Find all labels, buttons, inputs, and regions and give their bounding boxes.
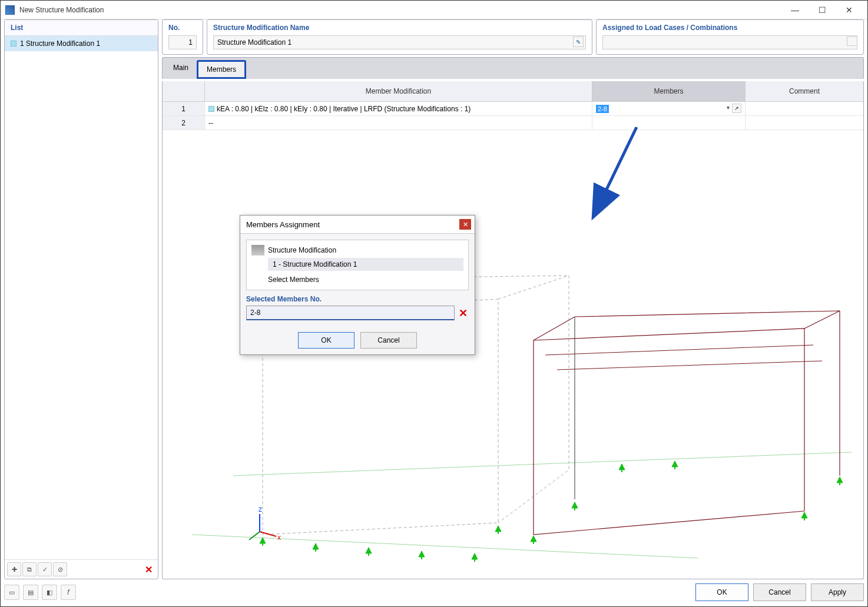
list-item[interactable]: 1 Structure Modification 1: [5, 36, 158, 51]
minimize-button[interactable]: —: [781, 1, 809, 19]
no-label: No.: [168, 24, 197, 32]
svg-line-0: [192, 535, 698, 558]
selected-members-label: Selected Members No.: [246, 295, 469, 303]
cell-members-value: 2-8: [596, 105, 609, 113]
grid-header-members: Members: [592, 81, 746, 101]
new-item-icon[interactable]: ✚: [7, 562, 21, 576]
dialog-title: Members Assignment: [246, 220, 320, 229]
row-number: 1: [163, 102, 205, 115]
dialog-tree-section: Structure Modification 1 - Structure Mod…: [246, 240, 469, 290]
ok-button[interactable]: OK: [695, 583, 748, 601]
dialog-cancel-button[interactable]: Cancel: [360, 332, 417, 349]
tree-item-select-members[interactable]: Select Members: [251, 274, 463, 285]
close-button[interactable]: ✕: [836, 1, 863, 19]
svg-line-1: [233, 452, 852, 476]
cancel-button[interactable]: Cancel: [753, 583, 806, 601]
grid-header-comment: Comment: [746, 81, 863, 101]
assigned-field-box: Assigned to Load Cases / Combinations: [596, 19, 864, 55]
svg-line-5: [557, 361, 822, 370]
maximize-button[interactable]: ☐: [809, 1, 836, 19]
grid-header-modification: Member Modification: [205, 81, 592, 101]
name-field-box: Structure Modification Name ✎: [207, 19, 592, 55]
name-input[interactable]: [213, 35, 586, 49]
list-body: 1 Structure Modification 1: [5, 36, 158, 559]
delete-item-icon[interactable]: ✕: [141, 562, 155, 576]
list-item-label: 1 Structure Modification 1: [20, 39, 100, 48]
members-assignment-dialog: Members Assignment ✕ Structure Modificat…: [240, 215, 475, 355]
check-icon[interactable]: ✓: [38, 562, 52, 576]
tree-item-selected[interactable]: 1 - Structure Modification 1: [268, 258, 463, 271]
pick-members-icon[interactable]: ↗: [732, 104, 741, 113]
view-mode-1-icon[interactable]: ▭: [4, 585, 19, 600]
duplicate-item-icon[interactable]: ⧉: [22, 562, 37, 576]
cell-comment[interactable]: [746, 102, 863, 115]
view-mode-3-icon[interactable]: ◧: [42, 585, 57, 600]
svg-text:z: z: [259, 505, 262, 513]
dialog-titlebar[interactable]: Members Assignment ✕: [240, 215, 475, 234]
selected-members-input[interactable]: [246, 306, 455, 320]
function-icon[interactable]: f: [61, 585, 76, 600]
dialog-close-icon[interactable]: ✕: [459, 219, 471, 230]
uncheck-icon[interactable]: ⊘: [53, 562, 67, 576]
section-header: Structure Modification: [268, 246, 336, 254]
apply-button[interactable]: Apply: [811, 583, 864, 601]
tab-bar: Main Members: [162, 57, 864, 79]
assigned-label: Assigned to Load Cases / Combinations: [602, 24, 857, 32]
clear-selection-icon[interactable]: ✕: [457, 307, 469, 320]
table-row[interactable]: 1 kEA : 0.80 | kEIz : 0.80 | kEIy : 0.80…: [163, 102, 863, 116]
view-mode-2-icon[interactable]: ▤: [23, 585, 38, 600]
svg-line-34: [249, 532, 260, 540]
dialog-ok-button[interactable]: OK: [298, 332, 355, 349]
window-title: New Structure Modification: [19, 6, 781, 14]
app-icon: [5, 5, 15, 15]
bottom-bar: ▭ ▤ ◧ f OK Cancel Apply: [4, 582, 864, 603]
no-input[interactable]: [168, 35, 197, 49]
grid-header-rownum: [163, 81, 205, 101]
list-panel: List 1 Structure Modification 1 ✚ ⧉ ✓ ⊘ …: [4, 19, 158, 579]
name-label: Structure Modification Name: [213, 24, 586, 32]
member-icon: [251, 245, 264, 256]
cell-members[interactable]: 2-8 ▾ ↗: [592, 102, 746, 115]
grid-header-row: Member Modification Members Comment: [163, 81, 863, 102]
cell-modification[interactable]: kEA : 0.80 | kEIz : 0.80 | kEIy : 0.80 |…: [205, 102, 592, 115]
tab-main[interactable]: Main: [165, 60, 197, 79]
color-swatch-icon: [11, 41, 16, 47]
no-field-box: No.: [162, 19, 203, 55]
chevron-down-icon[interactable]: ▾: [727, 104, 730, 111]
assigned-input[interactable]: [602, 35, 857, 49]
color-swatch-icon: [208, 106, 214, 112]
cell-modification-text: kEA : 0.80 | kEIz : 0.80 | kEIy : 0.80 |…: [217, 105, 471, 113]
edit-name-icon[interactable]: ✎: [573, 37, 584, 47]
tab-members[interactable]: Members: [197, 60, 246, 79]
titlebar: New Structure Modification — ☐ ✕: [1, 1, 867, 19]
list-toolbar: ✚ ⧉ ✓ ⊘ ✕: [5, 559, 158, 579]
svg-text:x: x: [277, 533, 281, 542]
svg-line-4: [545, 345, 813, 355]
assigned-picker-icon[interactable]: [847, 37, 857, 46]
list-header: List: [5, 20, 158, 36]
